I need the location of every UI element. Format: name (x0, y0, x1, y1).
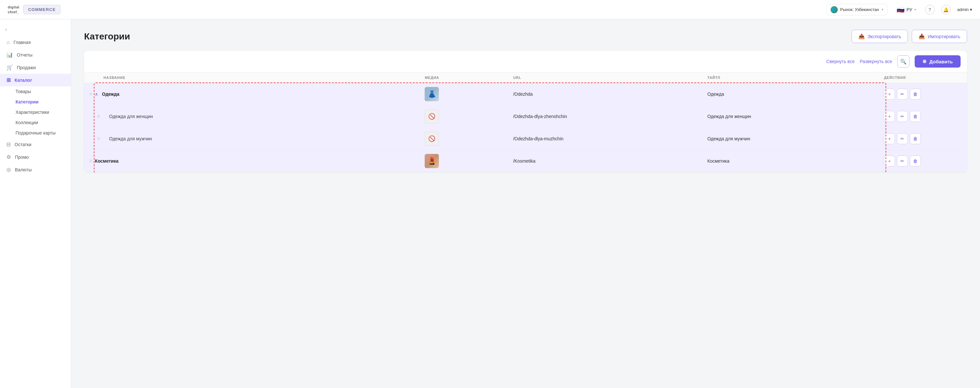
drag-handle-icon[interactable]: ≡ (89, 158, 92, 164)
help-button[interactable]: ? (925, 5, 935, 14)
sidebar-item-categories[interactable]: Категории (16, 97, 71, 107)
title-cell: Одежда для женщин (702, 105, 879, 128)
table-body: ≡ ∧ Одежда 👗 /Odez (84, 83, 967, 172)
edit-button[interactable]: ✏ (897, 133, 908, 144)
category-url: /Odezhda-dlya-zhenshchin (513, 114, 567, 119)
export-button[interactable]: 📤 Экспортировать (851, 30, 908, 43)
delete-button[interactable]: 🗑 (910, 133, 921, 144)
expand-button[interactable]: ∧ (95, 92, 98, 97)
table-header: НАЗВАНИЕ МЕДИА URL ТАЙТЛ (84, 72, 967, 83)
sidebar-item-products[interactable]: Товары (16, 86, 71, 97)
media-placeholder: 🚫 (425, 109, 439, 124)
drag-handle-icon[interactable]: ≡ (97, 113, 100, 119)
sidebar-item-catalog[interactable]: ⊞ Каталог (0, 74, 71, 86)
admin-label: admin (957, 7, 969, 12)
delete-button[interactable]: 🗑 (910, 156, 921, 167)
add-subcategory-button[interactable]: + (884, 156, 895, 167)
url-cell: /Odezhda-dlya-muzhchin (508, 128, 702, 150)
category-title: Одежда (707, 92, 724, 97)
media-thumbnail: 💄 (425, 154, 439, 168)
add-icon: ⊕ (923, 59, 927, 64)
import-button[interactable]: 📥 Импортировать (912, 30, 967, 43)
sidebar-item-label: Главная (14, 40, 31, 45)
actions-cell: + ✏ 🗑 (879, 105, 967, 128)
expand-all-link[interactable]: Развернуть все (860, 59, 892, 64)
category-title: Одежда для женщин (707, 114, 751, 119)
category-name: Косметика (95, 158, 118, 164)
actions-cell: + ✏ 🗑 (879, 83, 967, 105)
no-image-icon: 🚫 (428, 135, 435, 142)
stock-icon: ⊟ (6, 141, 11, 148)
add-subcategory-button[interactable]: + (884, 133, 895, 144)
category-url: /Kosmetika (513, 158, 535, 164)
edit-button[interactable]: ✏ (897, 89, 908, 100)
export-icon: 📤 (858, 33, 865, 40)
collapse-all-link[interactable]: Свернуть все (826, 59, 854, 64)
add-subcategory-button[interactable]: + (884, 111, 895, 122)
category-name: Одежда для женщин (103, 114, 153, 119)
title-cell: Косметика (702, 150, 879, 172)
category-title: Одежда для мужчин (707, 136, 750, 141)
sidebar-item-reports[interactable]: 📊 Отчеты (0, 49, 71, 61)
url-cell: /Odezhda (508, 83, 702, 105)
reports-icon: 📊 (6, 52, 13, 58)
name-cell: ≡ Одежда для мужчин (84, 128, 420, 150)
currencies-icon: ◎ (6, 167, 11, 173)
url-cell: /Kosmetika (508, 150, 702, 172)
media-cell: 💄 (420, 150, 508, 172)
col-name: НАЗВАНИЕ (84, 72, 420, 83)
add-button[interactable]: ⊕ Добавить (915, 55, 961, 68)
russia-flag-icon: 🇷🇺 (897, 6, 905, 14)
collapse-controls: Свернуть все Развернуть все (826, 59, 892, 64)
language-selector[interactable]: 🇷🇺 РУ ▾ (894, 5, 918, 15)
notifications-button[interactable]: 🔔 (941, 5, 951, 14)
market-selector[interactable]: 🌐 Рынок: Узбекинстан ▾ (826, 4, 888, 16)
col-media: МЕДИА (420, 72, 508, 83)
sidebar-item-home[interactable]: ⌂ Главная (0, 36, 71, 49)
top-navigation: digital chief_ COMMERCE 🌐 Рынок: Узбекин… (0, 0, 980, 19)
table-wrapper: НАЗВАНИЕ МЕДИА URL ТАЙТЛ (84, 72, 967, 172)
actions-cell: + ✏ 🗑 (879, 128, 967, 150)
title-cell: Одежда для мужчин (702, 128, 879, 150)
category-url: /Odezhda-dlya-muzhchin (513, 136, 563, 141)
search-icon: 🔍 (900, 59, 907, 65)
search-button[interactable]: 🔍 (897, 55, 910, 68)
drag-handle-icon[interactable]: ≡ (89, 91, 92, 97)
sidebar-item-label: Валюты (15, 167, 32, 172)
sidebar-item-stock[interactable]: ⊟ Остатки (0, 138, 71, 151)
logo: digital chief_ COMMERCE (8, 5, 60, 14)
actions-cell: + ✏ 🗑 (879, 150, 967, 172)
sidebar-collapse-button[interactable]: ‹ (0, 25, 71, 36)
sidebar-item-collections[interactable]: Коллекции (16, 118, 71, 128)
category-name: Одежда для мужчин (103, 136, 152, 141)
admin-chevron-icon: ▾ (970, 7, 972, 12)
home-icon: ⌂ (6, 40, 10, 45)
sidebar-item-attributes[interactable]: Характеристики (16, 107, 71, 118)
header-actions: 📤 Экспортировать 📥 Импортировать (851, 30, 967, 43)
delete-button[interactable]: 🗑 (910, 111, 921, 122)
sidebar-item-currencies[interactable]: ◎ Валюты (0, 163, 71, 176)
lang-label: РУ (907, 7, 912, 12)
sidebar-item-gift-cards[interactable]: Подарочные карты (16, 128, 71, 138)
cosmetics-image-icon: 💄 (428, 157, 436, 165)
sidebar-item-promo[interactable]: ⚙ Промо (0, 151, 71, 163)
delete-button[interactable]: 🗑 (910, 89, 921, 100)
name-cell: ≡ Одежда для женщин (84, 105, 420, 128)
category-name: Одежда (102, 92, 119, 97)
name-cell: ≡ ∧ Одежда (84, 83, 420, 105)
drag-handle-icon[interactable]: ≡ (97, 136, 100, 142)
media-cell: 🚫 (420, 105, 508, 128)
edit-button[interactable]: ✏ (897, 156, 908, 167)
add-label: Добавить (929, 59, 953, 64)
sidebar-item-label: Промо (15, 154, 29, 160)
table-row: ≡ ∧ Одежда 👗 /Odez (84, 83, 967, 105)
edit-button[interactable]: ✏ (897, 111, 908, 122)
category-url: /Odezhda (513, 92, 533, 97)
category-title: Косметика (707, 158, 729, 164)
media-cell: 🚫 (420, 128, 508, 150)
url-cell: /Odezhda-dlya-zhenshchin (508, 105, 702, 128)
sidebar-item-sales[interactable]: 🛒 Продажи (0, 61, 71, 74)
admin-menu[interactable]: admin ▾ (957, 7, 972, 12)
add-subcategory-button[interactable]: + (884, 89, 895, 100)
categories-table-area: Свернуть все Развернуть все 🔍 ⊕ Добавить (84, 51, 967, 172)
